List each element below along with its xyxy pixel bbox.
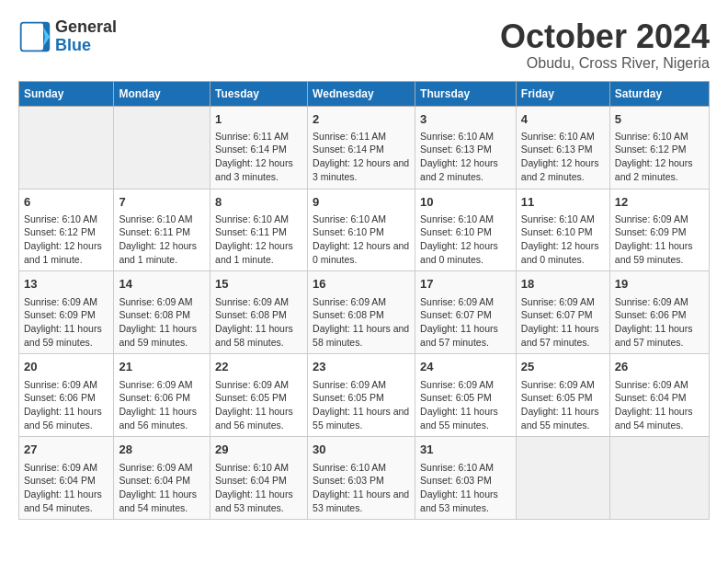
- calendar-cell: 15Sunrise: 6:09 AMSunset: 6:08 PMDayligh…: [210, 271, 308, 354]
- calendar-cell: 21Sunrise: 6:09 AMSunset: 6:06 PMDayligh…: [114, 354, 210, 437]
- calendar-cell: 18Sunrise: 6:09 AMSunset: 6:07 PMDayligh…: [516, 271, 609, 354]
- calendar-cell: 1Sunrise: 6:11 AMSunset: 6:14 PMDaylight…: [210, 106, 308, 189]
- day-info: Sunset: 6:05 PM: [313, 391, 410, 405]
- weekday-header-sunday: Sunday: [19, 81, 114, 106]
- day-info: Sunset: 6:14 PM: [313, 143, 410, 156]
- day-info: Daylight: 12 hours and 3 minutes.: [215, 156, 302, 183]
- day-number: 5: [615, 111, 704, 128]
- calendar-cell: 11Sunrise: 6:10 AMSunset: 6:10 PMDayligh…: [516, 189, 609, 271]
- day-info: Sunset: 6:06 PM: [24, 391, 108, 405]
- day-info: Daylight: 11 hours and 54 minutes.: [24, 488, 108, 514]
- calendar-cell: 14Sunrise: 6:09 AMSunset: 6:08 PMDayligh…: [114, 271, 210, 354]
- day-number: 14: [119, 276, 205, 293]
- day-info: Daylight: 11 hours and 54 minutes.: [615, 405, 704, 431]
- day-info: Daylight: 11 hours and 53 minutes.: [313, 488, 410, 514]
- day-info: Sunrise: 6:10 AM: [215, 461, 302, 475]
- day-info: Sunrise: 6:09 AM: [521, 295, 605, 309]
- calendar-cell: 28Sunrise: 6:09 AMSunset: 6:04 PMDayligh…: [114, 437, 210, 520]
- day-info: Daylight: 12 hours and 2 minutes.: [521, 156, 605, 183]
- day-info: Sunset: 6:04 PM: [119, 474, 205, 488]
- month-title: October 2024: [500, 18, 710, 55]
- day-info: Sunrise: 6:09 AM: [420, 378, 511, 392]
- day-info: Sunrise: 6:11 AM: [313, 130, 410, 144]
- day-info: Sunset: 6:03 PM: [420, 474, 511, 488]
- day-info: Daylight: 12 hours and 3 minutes.: [313, 156, 410, 183]
- day-number: 10: [420, 194, 511, 211]
- day-info: Sunset: 6:07 PM: [521, 308, 605, 322]
- calendar-cell: 12Sunrise: 6:09 AMSunset: 6:09 PMDayligh…: [609, 189, 709, 271]
- day-info: Daylight: 11 hours and 55 minutes.: [420, 405, 511, 431]
- day-number: 27: [24, 442, 108, 458]
- day-info: Sunset: 6:04 PM: [24, 474, 108, 488]
- day-info: Sunset: 6:10 PM: [420, 225, 511, 239]
- calendar-cell: 30Sunrise: 6:10 AMSunset: 6:03 PMDayligh…: [308, 437, 415, 520]
- day-number: 9: [313, 194, 410, 211]
- day-info: Sunset: 6:09 PM: [615, 225, 704, 239]
- calendar-cell: [516, 437, 609, 520]
- day-info: Daylight: 11 hours and 56 minutes.: [215, 405, 302, 431]
- logo: General Blue: [18, 18, 117, 55]
- calendar-cell: 23Sunrise: 6:09 AMSunset: 6:05 PMDayligh…: [308, 354, 415, 437]
- calendar-cell: 29Sunrise: 6:10 AMSunset: 6:04 PMDayligh…: [210, 437, 308, 520]
- day-number: 18: [521, 276, 605, 293]
- calendar-cell: 20Sunrise: 6:09 AMSunset: 6:06 PMDayligh…: [19, 354, 114, 437]
- day-number: 12: [615, 194, 704, 211]
- calendar-week-row: 1Sunrise: 6:11 AMSunset: 6:14 PMDaylight…: [19, 106, 710, 189]
- day-info: Sunrise: 6:09 AM: [615, 378, 704, 392]
- day-number: 24: [420, 359, 511, 375]
- day-info: Sunrise: 6:09 AM: [119, 295, 205, 309]
- calendar-week-row: 6Sunrise: 6:10 AMSunset: 6:12 PMDaylight…: [19, 189, 710, 271]
- weekday-header-saturday: Saturday: [609, 81, 709, 106]
- day-info: Daylight: 11 hours and 59 minutes.: [119, 322, 205, 349]
- day-info: Daylight: 11 hours and 57 minutes.: [615, 322, 704, 349]
- day-info: Sunrise: 6:10 AM: [521, 213, 605, 226]
- calendar-cell: 26Sunrise: 6:09 AMSunset: 6:04 PMDayligh…: [609, 354, 709, 437]
- calendar-cell: 13Sunrise: 6:09 AMSunset: 6:09 PMDayligh…: [19, 271, 114, 354]
- day-info: Daylight: 12 hours and 1 minute.: [215, 239, 302, 266]
- day-number: 17: [420, 276, 511, 293]
- day-info: Daylight: 11 hours and 58 minutes.: [313, 322, 410, 349]
- day-info: Sunrise: 6:10 AM: [615, 130, 704, 144]
- day-info: Daylight: 12 hours and 0 minutes.: [420, 239, 511, 266]
- calendar-week-row: 20Sunrise: 6:09 AMSunset: 6:06 PMDayligh…: [19, 354, 710, 437]
- calendar-cell: 27Sunrise: 6:09 AMSunset: 6:04 PMDayligh…: [19, 437, 114, 520]
- day-info: Sunset: 6:14 PM: [215, 143, 302, 156]
- calendar-cell: 7Sunrise: 6:10 AMSunset: 6:11 PMDaylight…: [114, 189, 210, 271]
- day-number: 3: [420, 111, 511, 128]
- day-info: Sunset: 6:04 PM: [615, 391, 704, 405]
- day-info: Sunrise: 6:10 AM: [313, 213, 410, 226]
- day-info: Sunrise: 6:09 AM: [119, 461, 205, 475]
- day-info: Daylight: 11 hours and 57 minutes.: [420, 322, 511, 349]
- day-info: Daylight: 11 hours and 55 minutes.: [313, 405, 410, 431]
- day-info: Daylight: 11 hours and 53 minutes.: [215, 488, 302, 514]
- day-info: Sunset: 6:11 PM: [215, 225, 302, 239]
- day-info: Sunrise: 6:10 AM: [420, 130, 511, 144]
- day-info: Sunrise: 6:09 AM: [24, 461, 108, 475]
- day-info: Sunset: 6:08 PM: [313, 308, 410, 322]
- day-info: Daylight: 11 hours and 59 minutes.: [615, 239, 704, 266]
- day-info: Sunset: 6:08 PM: [119, 308, 205, 322]
- day-number: 22: [215, 359, 302, 375]
- day-number: 31: [420, 442, 511, 458]
- day-info: Sunrise: 6:09 AM: [420, 295, 511, 309]
- day-info: Daylight: 11 hours and 59 minutes.: [24, 322, 108, 349]
- day-info: Sunset: 6:03 PM: [313, 474, 410, 488]
- day-info: Sunrise: 6:09 AM: [24, 295, 108, 309]
- day-info: Sunrise: 6:09 AM: [119, 378, 205, 392]
- day-info: Sunset: 6:05 PM: [521, 391, 605, 405]
- calendar-cell: 8Sunrise: 6:10 AMSunset: 6:11 PMDaylight…: [210, 189, 308, 271]
- weekday-header-wednesday: Wednesday: [308, 81, 415, 106]
- day-info: Daylight: 12 hours and 0 minutes.: [313, 239, 410, 266]
- calendar-cell: 16Sunrise: 6:09 AMSunset: 6:08 PMDayligh…: [308, 271, 415, 354]
- day-info: Sunrise: 6:10 AM: [420, 461, 511, 475]
- day-info: Sunset: 6:06 PM: [615, 308, 704, 322]
- day-info: Sunset: 6:10 PM: [313, 225, 410, 239]
- day-info: Daylight: 11 hours and 53 minutes.: [420, 488, 511, 514]
- day-info: Sunrise: 6:10 AM: [420, 213, 511, 226]
- day-info: Daylight: 12 hours and 1 minute.: [119, 239, 205, 266]
- day-info: Sunset: 6:13 PM: [420, 143, 511, 156]
- day-info: Sunrise: 6:09 AM: [24, 378, 108, 392]
- day-info: Daylight: 11 hours and 58 minutes.: [215, 322, 302, 349]
- day-number: 2: [313, 111, 410, 128]
- day-info: Sunrise: 6:09 AM: [615, 295, 704, 309]
